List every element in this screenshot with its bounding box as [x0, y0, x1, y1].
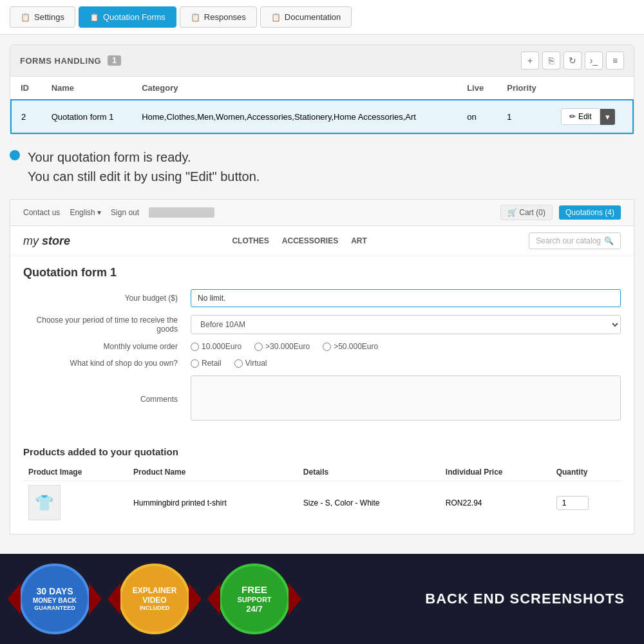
- row-name: Quotation form 1: [42, 100, 133, 133]
- col-live: Live: [457, 77, 497, 100]
- products-table: Product Image Product Name Details Indiv…: [23, 464, 621, 524]
- store-topbar-left: Contact us English ▾ Sign out ████████: [23, 207, 214, 218]
- language-selector[interactable]: English ▾: [70, 208, 101, 217]
- col-product-image: Product Image: [23, 464, 128, 481]
- badge-support: FREE SUPPORT 24/7: [219, 564, 290, 634]
- search-placeholder: Search our catalog: [536, 236, 601, 245]
- shop-option-virtual[interactable]: Virtual: [234, 359, 267, 368]
- bottom-bar: 30 DAYS MONEY BACK GUARANTEED EXPLAINER …: [0, 554, 644, 644]
- settings-icon: 📋: [21, 13, 30, 22]
- tab-documentation[interactable]: 📋 Documentation: [260, 6, 352, 28]
- budget-input[interactable]: [191, 289, 621, 307]
- products-header-row: Product Image Product Name Details Indiv…: [23, 464, 621, 481]
- shop-radio-group: Retail Virtual: [191, 359, 621, 368]
- store-topbar: Contact us English ▾ Sign out ████████ 🛒…: [10, 200, 634, 226]
- edit-button[interactable]: ✏ Edit: [561, 108, 600, 125]
- forms-header: FORMS HANDLING 1 + ⎘ ↻ ›_ ≡: [10, 45, 634, 77]
- volume-radio-group: 10.000Euro >30.000Euro >50.000Euro: [191, 342, 621, 351]
- shop-field: Retail Virtual: [191, 359, 621, 368]
- form-row-comments: Comments: [23, 375, 621, 422]
- top-nav: 📋 Settings 📋 Quotation Forms 📋 Responses…: [0, 0, 644, 35]
- product-image-icon: 👕: [35, 494, 54, 512]
- store-navbar: my store CLOTHES ACCESSORIES ART Search …: [10, 226, 634, 256]
- volume-option-1[interactable]: 10.000Euro: [191, 342, 242, 351]
- store-logo: my store: [23, 234, 70, 248]
- badge-guaranteed: GUARANTEED: [34, 605, 75, 612]
- edit-icon: ✏: [569, 112, 576, 121]
- badge-explainer: EXPLAINER VIDEO INCLUDED: [119, 564, 190, 634]
- quotation-forms-icon: 📋: [90, 13, 99, 22]
- badge-money-back-text: MONEY BACK: [33, 597, 77, 605]
- form-title: Quotation form 1: [23, 266, 621, 279]
- volume-label: Monthly volume order: [23, 342, 191, 351]
- sign-out-link[interactable]: Sign out: [111, 208, 139, 217]
- back-end-screenshots-label: BACK END SCREENSHOTS: [425, 591, 625, 607]
- form-row-shop: What kind of shop do you own? Retail Vir…: [23, 359, 621, 368]
- product-image-cell: 👕: [23, 481, 128, 525]
- shop-option-retail[interactable]: Retail: [191, 359, 222, 368]
- forms-count-badge: 1: [108, 55, 121, 66]
- store-search[interactable]: Search our catalog 🔍: [529, 232, 621, 249]
- products-title: Products added to your quotation: [23, 446, 621, 457]
- logo-text: my store: [23, 234, 70, 247]
- col-quantity: Quantity: [551, 464, 621, 481]
- forms-section: FORMS HANDLING 1 + ⎘ ↻ ›_ ≡ ID Name Cate…: [10, 44, 634, 135]
- forms-handling-title: FORMS HANDLING: [20, 56, 101, 66]
- row-category: Home,Clothes,Men,Women,Accessories,Stati…: [132, 100, 457, 133]
- documentation-icon: 📋: [271, 13, 281, 22]
- product-image-placeholder: 👕: [28, 485, 61, 520]
- store-preview: Contact us English ▾ Sign out ████████ 🛒…: [10, 199, 634, 535]
- col-actions: [551, 77, 633, 100]
- info-text: Your quotation form is ready. You can st…: [28, 147, 260, 186]
- table-header-row: ID Name Category Live Priority: [11, 77, 633, 100]
- col-priority: Priority: [497, 77, 551, 100]
- search-icon: 🔍: [604, 236, 614, 245]
- col-individual-price: Individual Price: [440, 464, 551, 481]
- badges-group: 30 DAYS MONEY BACK GUARANTEED EXPLAINER …: [19, 564, 290, 634]
- volume-option-3[interactable]: >50.000Euro: [323, 342, 378, 351]
- tab-responses[interactable]: 📋 Responses: [180, 6, 257, 28]
- edit-dropdown-btn[interactable]: ▾: [600, 109, 615, 125]
- forms-table: ID Name Category Live Priority 2 Quotati…: [10, 77, 634, 134]
- store-menu: CLOTHES ACCESSORIES ART: [232, 236, 366, 245]
- form-row-period: Choose your period of time to receive th…: [23, 315, 621, 334]
- menu-accessories[interactable]: ACCESSORIES: [282, 236, 338, 245]
- table-row: 2 Quotation form 1 Home,Clothes,Men,Wome…: [11, 100, 633, 133]
- edit-group: ✏ Edit ▾: [561, 108, 623, 125]
- comments-textarea[interactable]: [191, 375, 621, 421]
- forms-header-left: FORMS HANDLING 1: [20, 55, 121, 66]
- layers-btn[interactable]: ≡: [606, 52, 624, 70]
- form-content: Quotation form 1 Your budget ($) Choose …: [23, 256, 621, 440]
- tab-quotation-forms[interactable]: 📋 Quotation Forms: [79, 6, 176, 28]
- budget-field: [191, 289, 621, 307]
- shop-label: What kind of shop do you own?: [23, 359, 191, 368]
- terminal-btn[interactable]: ›_: [585, 52, 603, 70]
- row-actions: ✏ Edit ▾: [551, 100, 633, 133]
- info-dot: [10, 150, 20, 160]
- contact-link[interactable]: Contact us: [23, 208, 60, 217]
- comments-label: Comments: [23, 395, 191, 404]
- add-btn[interactable]: +: [521, 52, 539, 70]
- tab-settings[interactable]: 📋 Settings: [10, 6, 75, 28]
- copy-btn[interactable]: ⎘: [542, 52, 560, 70]
- col-name: Name: [42, 77, 133, 100]
- products-section: Products added to your quotation Product…: [10, 440, 634, 534]
- menu-clothes[interactable]: CLOTHES: [232, 236, 269, 245]
- badge-video: VIDEO: [142, 596, 166, 605]
- period-select[interactable]: Before 10AM: [191, 315, 621, 334]
- menu-art[interactable]: ART: [351, 236, 367, 245]
- row-live: on: [457, 100, 497, 133]
- edit-label: Edit: [578, 112, 592, 121]
- quantity-input[interactable]: [556, 496, 589, 510]
- volume-option-2[interactable]: >30.000Euro: [254, 342, 310, 351]
- budget-label: Your budget ($): [23, 294, 191, 303]
- badge-247: 24/7: [246, 604, 262, 614]
- col-details: Details: [298, 464, 440, 481]
- refresh-btn[interactable]: ↻: [564, 52, 582, 70]
- store-topbar-right: 🛒 Cart (0) Quotations (4): [500, 205, 621, 220]
- col-id: ID: [11, 77, 42, 100]
- badge-days: 30 DAYS: [36, 586, 73, 597]
- cart-button[interactable]: 🛒 Cart (0): [500, 205, 553, 220]
- product-row: 👕 Hummingbird printed t-shirt Size - S, …: [23, 481, 621, 525]
- quotations-button[interactable]: Quotations (4): [559, 205, 621, 220]
